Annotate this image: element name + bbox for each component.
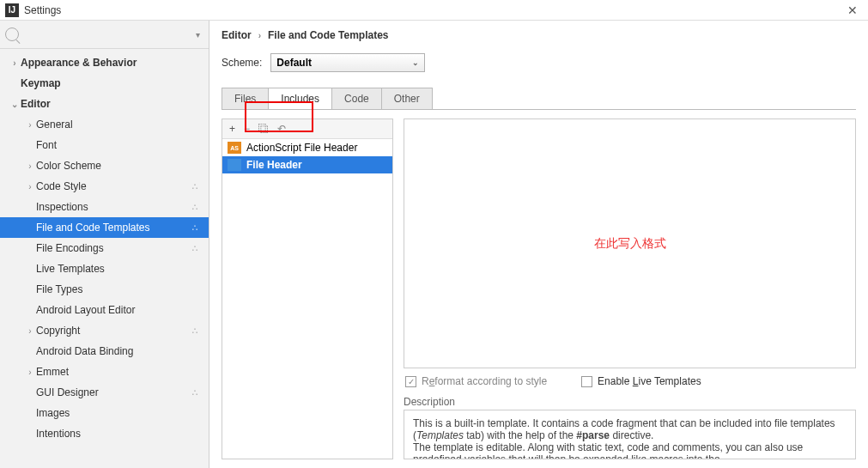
sidebar-item-label: Live Templates	[36, 263, 209, 275]
expand-icon: ›	[9, 58, 21, 68]
app-icon: IJ	[5, 3, 19, 17]
sidebar-item-gui-designer[interactable]: GUI Designer⛬	[0, 382, 209, 403]
sidebar-item-images[interactable]: Images	[0, 403, 209, 423]
settings-tree: ›Appearance & BehaviorKeymap⌄Editor›Gene…	[0, 49, 209, 468]
options-row: Reformat according to style Enable Live …	[404, 368, 856, 394]
sidebar-item-label: Android Layout Editor	[36, 304, 209, 316]
tab-other[interactable]: Other	[381, 88, 433, 109]
sidebar-item-label: File and Code Templates	[36, 222, 190, 234]
sidebar-item-android-data-binding[interactable]: Android Data Binding	[0, 341, 209, 362]
chevron-right-icon: ›	[258, 31, 261, 40]
tab-code[interactable]: Code	[331, 88, 382, 109]
sidebar-item-emmet[interactable]: ›Emmet	[0, 362, 209, 382]
sidebar-item-label: GUI Designer	[36, 386, 190, 398]
expand-icon: ›	[24, 161, 36, 171]
expand-icon: ›	[24, 120, 36, 130]
scheme-label: Scheme:	[222, 57, 262, 69]
sidebar-item-android-layout-editor[interactable]: Android Layout Editor	[0, 300, 209, 320]
description-label: Description	[404, 394, 856, 410]
project-scope-icon: ⛬	[190, 180, 209, 192]
sidebar-item-file-and-code-templates[interactable]: File and Code Templates⛬	[0, 217, 209, 238]
sidebar-item-label: Editor	[21, 98, 209, 110]
sidebar-item-file-types[interactable]: File Types	[0, 279, 209, 300]
undo-button[interactable]: ↶	[277, 123, 286, 135]
scheme-value: Default	[276, 57, 312, 69]
breadcrumb: Editor › File and Code Templates	[222, 29, 856, 50]
template-editor[interactable]: 在此写入格式	[404, 119, 856, 368]
template-item-file-header[interactable]: File Header	[222, 156, 392, 173]
sidebar-item-general[interactable]: ›General	[0, 114, 209, 135]
list-toolbar: + − ⿻ ↶	[222, 119, 392, 139]
sidebar: ▾ ›Appearance & BehaviorKeymap⌄Editor›Ge…	[0, 21, 209, 468]
project-scope-icon: ⛬	[190, 201, 209, 213]
project-scope-icon: ⛬	[190, 386, 209, 398]
expand-icon: ›	[24, 326, 36, 336]
file-icon: AS	[228, 142, 241, 154]
expand-icon: ›	[24, 368, 36, 377]
copy-button[interactable]: ⿻	[258, 123, 269, 135]
close-button[interactable]: ✕	[842, 2, 863, 19]
sidebar-item-label: File Encodings	[36, 242, 190, 254]
search-icon	[5, 27, 19, 41]
template-item-actionscript-file-header[interactable]: ASActionScript File Header	[222, 139, 392, 156]
sidebar-item-label: General	[36, 119, 209, 131]
sidebar-item-label: Inspections	[36, 201, 190, 213]
template-list-panel: + − ⿻ ↶ ASActionScript File HeaderFile H…	[222, 119, 393, 459]
sidebar-item-font[interactable]: Font	[0, 135, 209, 155]
sidebar-item-label: Appearance & Behavior	[21, 57, 209, 69]
expand-icon: ›	[24, 182, 36, 191]
sidebar-item-file-encodings[interactable]: File Encodings⛬	[0, 238, 209, 258]
reformat-option: Reformat according to style	[405, 375, 547, 387]
chevron-down-icon: ⌄	[412, 58, 419, 67]
sidebar-item-live-templates[interactable]: Live Templates	[0, 258, 209, 279]
sidebar-item-label: Keymap	[21, 77, 209, 89]
live-templates-checkbox[interactable]	[581, 376, 592, 387]
tab-includes[interactable]: Includes	[268, 88, 332, 109]
window-title: Settings	[24, 4, 61, 16]
search-dropdown-icon[interactable]: ▾	[192, 30, 203, 40]
description-box: This is a built-in template. It contains…	[404, 410, 856, 459]
sidebar-item-label: Emmet	[36, 366, 209, 378]
sidebar-item-label: Android Data Binding	[36, 345, 209, 357]
project-scope-icon: ⛬	[190, 222, 209, 234]
tab-files[interactable]: Files	[222, 88, 269, 109]
file-icon	[228, 159, 241, 171]
scheme-select[interactable]: Default ⌄	[270, 53, 425, 72]
add-button[interactable]: +	[229, 123, 235, 135]
template-item-label: File Header	[246, 159, 302, 171]
template-item-label: ActionScript File Header	[246, 142, 357, 154]
sidebar-item-label: Copyright	[36, 325, 190, 337]
sidebar-item-intentions[interactable]: Intentions	[0, 423, 209, 444]
sidebar-item-label: Code Style	[36, 180, 190, 192]
search-row: ▾	[0, 21, 209, 49]
sidebar-item-color-scheme[interactable]: ›Color Scheme	[0, 155, 209, 176]
titlebar: IJ Settings ✕	[0, 0, 868, 21]
content-panel: Editor › File and Code Templates Scheme:…	[209, 21, 868, 468]
sidebar-item-label: Images	[36, 407, 209, 419]
reformat-checkbox[interactable]	[405, 376, 416, 387]
sidebar-item-label: Intentions	[36, 428, 209, 440]
sidebar-item-appearance-behavior[interactable]: ›Appearance & Behavior	[0, 52, 209, 73]
search-input[interactable]	[22, 26, 192, 43]
template-file-list: ASActionScript File HeaderFile Header	[222, 139, 392, 459]
editor-annotation: 在此写入格式	[594, 236, 666, 252]
sidebar-item-label: Color Scheme	[36, 160, 209, 172]
live-templates-option: Enable Live Templates	[581, 375, 701, 387]
sidebar-item-editor[interactable]: ⌄Editor	[0, 94, 209, 114]
breadcrumb-part: File and Code Templates	[268, 29, 388, 41]
sidebar-item-label: File Types	[36, 283, 209, 295]
sidebar-item-copyright[interactable]: ›Copyright⛬	[0, 320, 209, 341]
project-scope-icon: ⛬	[190, 242, 209, 254]
scheme-row: Scheme: Default ⌄	[222, 53, 856, 72]
expand-icon: ⌄	[9, 100, 21, 109]
sidebar-item-label: Font	[36, 139, 209, 151]
sidebar-item-code-style[interactable]: ›Code Style⛬	[0, 176, 209, 197]
sidebar-item-inspections[interactable]: Inspections⛬	[0, 197, 209, 217]
sidebar-item-keymap[interactable]: Keymap	[0, 73, 209, 94]
breadcrumb-part: Editor	[222, 29, 252, 41]
project-scope-icon: ⛬	[190, 325, 209, 337]
remove-button[interactable]: −	[244, 123, 250, 135]
template-tabs: FilesIncludesCodeOther	[222, 88, 856, 110]
